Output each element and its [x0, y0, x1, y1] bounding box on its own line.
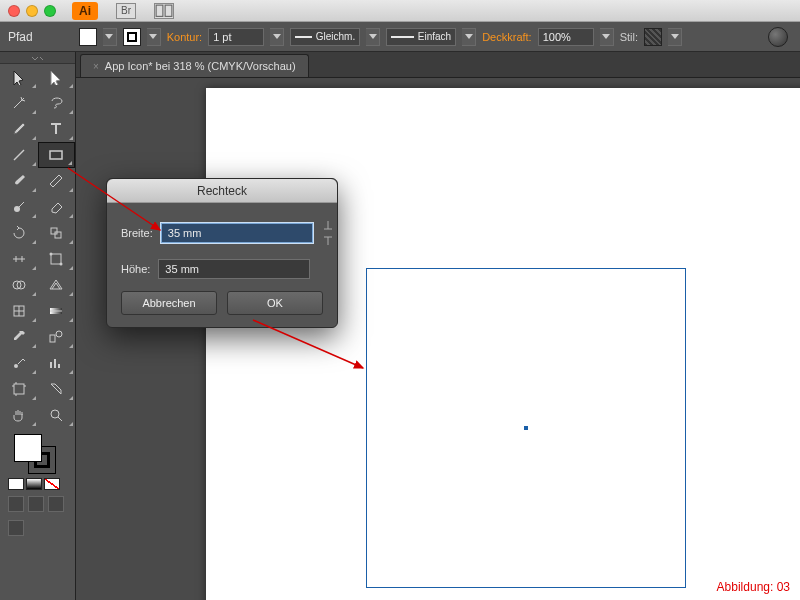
minimize-window-button[interactable]: [26, 5, 38, 17]
stroke-weight-dropdown[interactable]: [270, 28, 284, 46]
magic-wand-tool[interactable]: [0, 90, 38, 116]
brush-dropdown[interactable]: [462, 28, 476, 46]
tools-collapse-handle[interactable]: [0, 52, 75, 64]
brush-definition[interactable]: Einfach: [386, 28, 456, 46]
svg-point-15: [14, 364, 18, 368]
svg-rect-2: [50, 151, 62, 159]
fill-color-box[interactable]: [14, 434, 42, 462]
svg-rect-5: [55, 232, 61, 238]
svg-rect-4: [51, 228, 57, 234]
selection-center-point: [524, 426, 528, 430]
workspace: Abbildung: 03: [76, 78, 800, 600]
width-input[interactable]: [161, 223, 313, 243]
svg-point-14: [56, 331, 62, 337]
gradient-tool[interactable]: [38, 298, 76, 324]
direct-selection-tool[interactable]: [38, 64, 76, 90]
document-tab[interactable]: × App Icon* bei 318 % (CMYK/Vorschau): [80, 54, 309, 77]
rotate-tool[interactable]: [0, 220, 38, 246]
svg-rect-16: [14, 384, 24, 394]
hand-tool[interactable]: [0, 402, 38, 428]
symbol-sprayer-tool[interactable]: [0, 350, 38, 376]
control-bar: Pfad Kontur: 1 pt Gleichm. Einfach Deckk…: [0, 22, 800, 52]
height-label: Höhe:: [121, 263, 150, 275]
rectangle-dialog: Rechteck Breite: Höhe: Abbrechen OK: [106, 178, 338, 328]
lasso-tool[interactable]: [38, 90, 76, 116]
stroke-swatch[interactable]: [123, 28, 141, 46]
fill-stroke-control[interactable]: [0, 428, 75, 476]
artboard-tool[interactable]: [0, 376, 38, 402]
style-label: Stil:: [620, 31, 638, 43]
line-tool[interactable]: [0, 142, 38, 168]
mesh-tool[interactable]: [0, 298, 38, 324]
slice-tool[interactable]: [38, 376, 76, 402]
selection-kind-label: Pfad: [8, 30, 33, 44]
graph-tool[interactable]: [38, 350, 76, 376]
free-transform-tool[interactable]: [38, 246, 76, 272]
svg-rect-0: [156, 5, 163, 16]
pencil-tool[interactable]: [38, 168, 76, 194]
width-label: Breite:: [121, 227, 153, 239]
opacity-field[interactable]: 100%: [538, 28, 594, 46]
arrange-documents-icon[interactable]: [154, 3, 174, 19]
gradient-mode-icon[interactable]: [26, 478, 42, 490]
shape-builder-tool[interactable]: [0, 272, 38, 298]
fill-dropdown[interactable]: [103, 28, 117, 46]
window-titlebar: Ai Br: [0, 0, 800, 22]
width-tool[interactable]: [0, 246, 38, 272]
selection-tool[interactable]: [0, 64, 38, 90]
ok-button[interactable]: OK: [227, 291, 323, 315]
scale-tool[interactable]: [38, 220, 76, 246]
document-tab-title: App Icon* bei 318 % (CMYK/Vorschau): [105, 60, 296, 72]
constrain-proportions-icon[interactable]: [321, 219, 335, 247]
zoom-tool[interactable]: [38, 402, 76, 428]
svg-rect-13: [50, 335, 55, 342]
app-badge: Ai: [72, 2, 98, 20]
color-mode-icon[interactable]: [8, 478, 24, 490]
draw-inside-icon[interactable]: [48, 496, 64, 512]
svg-point-8: [60, 263, 63, 266]
svg-point-7: [50, 253, 53, 256]
none-mode-icon[interactable]: [44, 478, 60, 490]
blob-brush-tool[interactable]: [0, 194, 38, 220]
svg-rect-1: [165, 5, 172, 16]
brush-profile-label: Einfach: [418, 31, 451, 42]
document-setup-icon[interactable]: [768, 27, 788, 47]
paintbrush-tool[interactable]: [0, 168, 38, 194]
tools-panel: [0, 52, 76, 600]
close-tab-icon[interactable]: ×: [93, 61, 99, 72]
pen-tool[interactable]: [0, 116, 38, 142]
blend-tool[interactable]: [38, 324, 76, 350]
fill-swatch[interactable]: [79, 28, 97, 46]
opacity-dropdown[interactable]: [600, 28, 614, 46]
figure-caption: Abbildung: 03: [717, 580, 790, 594]
draw-normal-icon[interactable]: [8, 496, 24, 512]
variable-width-dropdown[interactable]: [366, 28, 380, 46]
stroke-dropdown[interactable]: [147, 28, 161, 46]
stroke-type-label: Gleichm.: [316, 31, 355, 42]
svg-point-17: [51, 410, 59, 418]
draw-behind-icon[interactable]: [28, 496, 44, 512]
bridge-icon[interactable]: Br: [116, 3, 136, 19]
type-tool[interactable]: [38, 116, 76, 142]
screen-mode-icon[interactable]: [8, 520, 24, 536]
graphic-style-dropdown[interactable]: [668, 28, 682, 46]
stroke-weight-field[interactable]: 1 pt: [208, 28, 264, 46]
zoom-window-button[interactable]: [44, 5, 56, 17]
close-window-button[interactable]: [8, 5, 20, 17]
perspective-grid-tool[interactable]: [38, 272, 76, 298]
eraser-tool[interactable]: [38, 194, 76, 220]
svg-rect-6: [51, 254, 61, 264]
graphic-style-swatch[interactable]: [644, 28, 662, 46]
variable-width-profile[interactable]: Gleichm.: [290, 28, 360, 46]
height-input[interactable]: [158, 259, 310, 279]
document-tab-bar: × App Icon* bei 318 % (CMYK/Vorschau): [0, 52, 800, 78]
stroke-label: Kontur:: [167, 31, 202, 43]
dialog-title: Rechteck: [107, 179, 337, 203]
eyedropper-tool[interactable]: [0, 324, 38, 350]
rectangle-tool[interactable]: [38, 142, 76, 168]
rectangle-shape-selected[interactable]: [366, 268, 686, 588]
opacity-label: Deckkraft:: [482, 31, 532, 43]
cancel-button[interactable]: Abbrechen: [121, 291, 217, 315]
